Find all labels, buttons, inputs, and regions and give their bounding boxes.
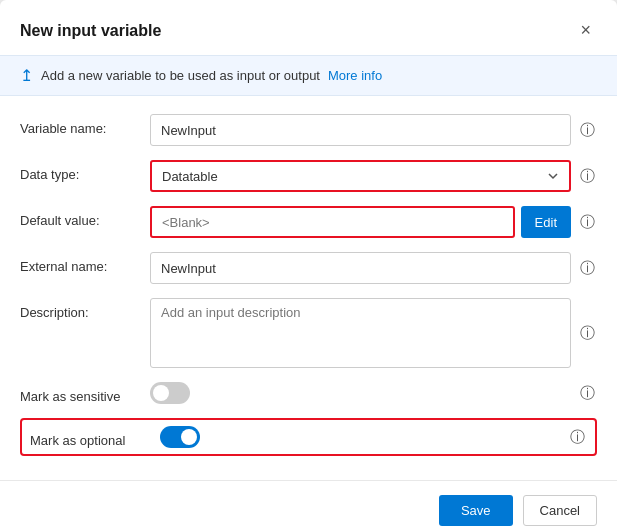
variable-name-info-icon[interactable]: ⓘ: [577, 121, 597, 140]
save-button[interactable]: Save: [439, 495, 513, 526]
more-info-link[interactable]: More info: [328, 68, 382, 83]
dialog-title: New input variable: [20, 22, 161, 40]
external-name-info-icon[interactable]: ⓘ: [577, 259, 597, 278]
mark-optional-info-icon[interactable]: ⓘ: [567, 428, 587, 447]
external-name-row: External name: ⓘ: [20, 252, 597, 284]
default-value-info-icon[interactable]: ⓘ: [577, 213, 597, 232]
external-name-label: External name:: [20, 252, 150, 274]
mark-sensitive-info-icon[interactable]: ⓘ: [577, 384, 597, 403]
upload-icon: ↥: [20, 66, 33, 85]
default-value-row: Default value: Edit ⓘ: [20, 206, 597, 238]
mark-optional-slider: [160, 426, 200, 448]
mark-sensitive-row: Mark as sensitive ⓘ: [20, 382, 597, 404]
new-input-variable-dialog: New input variable × ↥ Add a new variabl…: [0, 0, 617, 530]
cancel-button[interactable]: Cancel: [523, 495, 597, 526]
variable-name-label: Variable name:: [20, 114, 150, 136]
description-label: Description:: [20, 298, 150, 320]
mark-sensitive-toggle[interactable]: [150, 382, 190, 404]
description-textarea[interactable]: [150, 298, 571, 368]
mark-sensitive-slider: [150, 382, 190, 404]
mark-optional-control: ⓘ: [160, 426, 587, 448]
default-value-control: Edit ⓘ: [150, 206, 597, 238]
banner-text: Add a new variable to be used as input o…: [41, 68, 320, 83]
variable-name-input[interactable]: [150, 114, 571, 146]
external-name-control: ⓘ: [150, 252, 597, 284]
dialog-footer: Save Cancel: [0, 480, 617, 530]
external-name-input[interactable]: [150, 252, 571, 284]
mark-optional-label: Mark as optional: [30, 426, 160, 448]
mark-optional-row: Mark as optional ⓘ: [20, 418, 597, 456]
mark-sensitive-label: Mark as sensitive: [20, 382, 150, 404]
mark-optional-toggle-wrap: [160, 426, 200, 448]
data-type-select[interactable]: Datatable Text Number Boolean Date: [150, 160, 571, 192]
default-value-label: Default value:: [20, 206, 150, 228]
default-value-input[interactable]: [150, 206, 515, 238]
form-body: Variable name: ⓘ Data type: Datatable Te…: [0, 96, 617, 480]
data-type-info-icon[interactable]: ⓘ: [577, 167, 597, 186]
variable-name-row: Variable name: ⓘ: [20, 114, 597, 146]
close-button[interactable]: ×: [574, 18, 597, 43]
data-type-label: Data type:: [20, 160, 150, 182]
mark-sensitive-toggle-wrap: [150, 382, 190, 404]
mark-sensitive-control: ⓘ: [150, 382, 597, 404]
dialog-header: New input variable ×: [0, 0, 617, 55]
description-info-icon[interactable]: ⓘ: [577, 324, 597, 343]
data-type-row: Data type: Datatable Text Number Boolean…: [20, 160, 597, 192]
description-control: ⓘ: [150, 298, 597, 368]
description-row: Description: ⓘ: [20, 298, 597, 368]
mark-optional-toggle[interactable]: [160, 426, 200, 448]
info-banner: ↥ Add a new variable to be used as input…: [0, 55, 617, 96]
variable-name-control: ⓘ: [150, 114, 597, 146]
edit-button[interactable]: Edit: [521, 206, 571, 238]
data-type-control: Datatable Text Number Boolean Date ⓘ: [150, 160, 597, 192]
